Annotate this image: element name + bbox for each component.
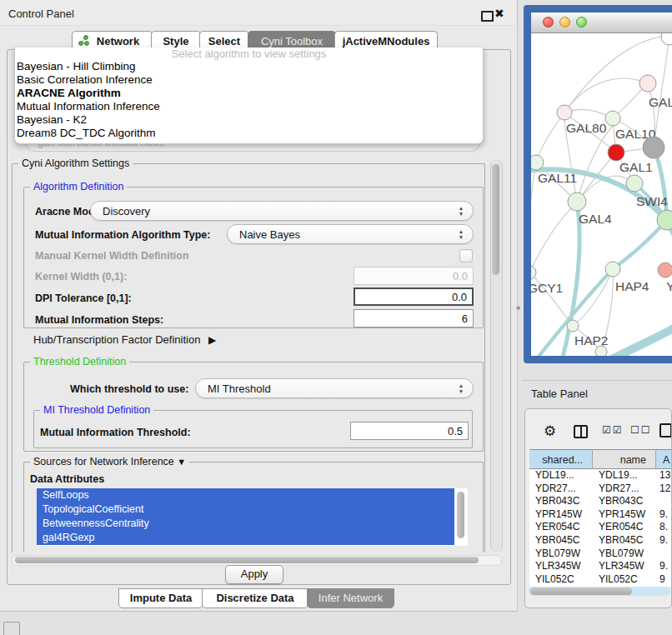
table-row[interactable]: YIL052CYIL052C9: [529, 573, 672, 587]
network-node-gal11[interactable]: [531, 155, 544, 170]
table-cell[interactable]: 13: [656, 469, 672, 482]
network-node-gal10[interactable]: [605, 111, 620, 126]
zoom-window-icon[interactable]: [576, 17, 587, 28]
table-cell[interactable]: 9: [656, 573, 672, 587]
table-cell[interactable]: YDR27...: [529, 482, 593, 496]
table-cell[interactable]: 9.: [656, 508, 672, 522]
table-cell[interactable]: YBR045C: [529, 534, 593, 548]
table-cell[interactable]: YIL052C: [593, 573, 656, 587]
network-node-gal1[interactable]: [608, 144, 624, 161]
algorithm-option[interactable]: Mutual Information Inference: [15, 100, 483, 113]
sources-group-title[interactable]: Sources for Network Inference: [30, 456, 189, 468]
table-cell[interactable]: YPR145W: [593, 508, 656, 522]
dpi-tolerance-field[interactable]: 0.0: [354, 288, 474, 306]
table-cell[interactable]: YPR145W: [529, 508, 593, 522]
network-node-hap2[interactable]: [567, 320, 579, 332]
attributes-scrollbar[interactable]: [456, 490, 465, 543]
aracne-mode-combobox[interactable]: Discovery: [90, 201, 474, 221]
close-panel-icon[interactable]: ✖: [494, 7, 504, 20]
table-cell[interactable]: YBL079W: [529, 548, 593, 561]
table-cell[interactable]: YLR345W: [529, 560, 593, 573]
table-row[interactable]: YPR145WYPR145W9.: [529, 508, 672, 522]
table-cell[interactable]: YIL052C: [529, 573, 593, 587]
mi-steps-field[interactable]: 6: [354, 309, 474, 328]
table-row[interactable]: YDL19...YDL19...13: [529, 469, 672, 482]
apply-button[interactable]: Apply: [225, 565, 283, 584]
network-edge[interactable]: [531, 162, 536, 272]
table-cell[interactable]: YBR045C: [593, 534, 656, 548]
tab-impute-data[interactable]: Impute Data: [118, 588, 203, 608]
table-cell[interactable]: 12: [656, 482, 672, 496]
table-cell[interactable]: 8.: [656, 521, 672, 534]
new-document-icon[interactable]: [659, 423, 672, 438]
network-edge[interactable]: [654, 37, 669, 142]
table-row[interactable]: YDR27...YDR27...12: [529, 482, 672, 496]
close-window-icon[interactable]: [543, 17, 554, 28]
attributes-scrollbar-thumb[interactable]: [457, 492, 464, 538]
network-edge[interactable]: [610, 327, 672, 356]
network-node-hap4[interactable]: [605, 262, 620, 277]
column-header-partial[interactable]: A: [656, 449, 672, 469]
select-all-unchecked-icon[interactable]: ☐☐: [630, 424, 652, 436]
table-cell[interactable]: YBR043C: [593, 495, 656, 508]
tab-discretize-data[interactable]: Discretize Data: [202, 588, 308, 608]
algorithm-option[interactable]: Dream8 DC_TDC Algorithm: [15, 127, 483, 140]
table-cell[interactable]: YBR043C: [529, 495, 593, 508]
algorithm-option[interactable]: Basic Correlation Inference: [15, 73, 483, 87]
hub-definition-expander[interactable]: Hub/Transcription Factor Definition: [33, 333, 216, 346]
minimize-window-icon[interactable]: [559, 17, 570, 28]
network-node-gal[interactable]: [639, 75, 656, 92]
algorithm-option-selected[interactable]: ARACNE Algorithm: [15, 87, 483, 100]
network-node-y[interactable]: [658, 262, 672, 278]
algorithm-option[interactable]: Bayesian - Hill Climbing: [15, 60, 483, 73]
column-header-shared[interactable]: shared...: [529, 449, 593, 469]
network-edge[interactable]: [577, 126, 613, 202]
settings-vertical-scrollbar[interactable]: [490, 160, 503, 552]
table-row[interactable]: YBL079WYBL079W: [529, 548, 672, 561]
manual-kernel-checkbox[interactable]: [459, 249, 473, 262]
network-canvas[interactable]: GALGAL80GAL10GAL1GAL11SWI4GAL4GCY1HAP4YH…: [531, 33, 672, 356]
algorithm-option[interactable]: Bayesian - K2: [15, 113, 483, 127]
kernel-width-field[interactable]: 0.0: [354, 267, 474, 285]
table-cell[interactable]: YBL079W: [593, 548, 656, 561]
attribute-item-selected[interactable]: BetweennessCentrality: [37, 517, 454, 531]
column-header-name[interactable]: name: [593, 449, 656, 469]
table-cell[interactable]: YDL19...: [593, 469, 656, 482]
attribute-item-selected[interactable]: SelfLoops: [37, 488, 454, 502]
table-cell[interactable]: 9.: [656, 560, 672, 573]
table-cell[interactable]: YDR27...: [593, 482, 656, 496]
network-window-titlebar[interactable]: [531, 12, 672, 33]
splitter-arrow-icon[interactable]: ◄: [514, 304, 521, 312]
table-cell[interactable]: YDL19...: [529, 469, 593, 482]
network-node-gcy1[interactable]: [531, 266, 536, 279]
network-edge[interactable]: [531, 207, 573, 272]
network-node-gal4[interactable]: [568, 192, 586, 211]
which-threshold-combobox[interactable]: MI Threshold: [195, 378, 474, 398]
table-row[interactable]: YLR345WYLR345W9.: [529, 560, 672, 573]
table-horizontal-scrollbar-thumb[interactable]: [530, 588, 632, 595]
select-all-checked-icon[interactable]: ☑☑: [602, 424, 624, 436]
minimized-panel-icon[interactable]: [3, 622, 20, 635]
attribute-item-selected[interactable]: gal4RGexp: [37, 531, 454, 545]
mi-type-combobox[interactable]: Naive Bayes: [227, 224, 474, 244]
tab-infer-network[interactable]: Infer Network: [307, 588, 394, 608]
table-row[interactable]: YER054CYER054C8.: [529, 521, 672, 534]
table-row[interactable]: YBR045CYBR045C9.: [529, 534, 672, 548]
table-cell[interactable]: YER054C: [593, 521, 656, 534]
table-cell[interactable]: YLR345W: [593, 560, 656, 573]
table-cell[interactable]: YER054C: [529, 521, 593, 534]
network-node[interactable]: [595, 346, 607, 356]
attribute-item-selected[interactable]: TopologicalCoefficient: [37, 502, 454, 517]
network-node[interactable]: [643, 137, 664, 158]
network-edge[interactable]: [536, 112, 564, 162]
settings-vertical-scrollbar-thumb[interactable]: [492, 164, 499, 275]
network-node-gal80[interactable]: [557, 105, 572, 120]
table-row[interactable]: YBR043CYBR043C: [529, 495, 672, 508]
float-panel-icon[interactable]: [481, 11, 494, 22]
table-horizontal-scrollbar[interactable]: [529, 587, 670, 596]
network-node[interactable]: [626, 175, 643, 192]
table-cell[interactable]: 9.: [656, 534, 672, 548]
network-edge[interactable]: [613, 220, 667, 269]
gear-icon[interactable]: ⚙: [544, 422, 556, 440]
network-node[interactable]: [661, 33, 672, 45]
